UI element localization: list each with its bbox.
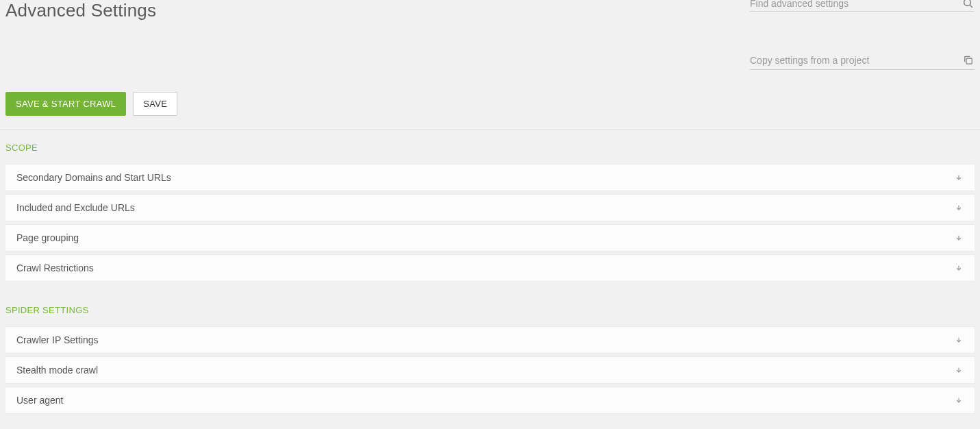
section-title-scope: SCOPE [5, 143, 975, 153]
section-title-spider: SPIDER SETTINGS [5, 305, 975, 315]
copy-icon [962, 54, 975, 66]
panel-label: Stealth mode crawl [16, 365, 98, 376]
svg-line-1 [970, 5, 972, 8]
find-settings-row[interactable] [750, 0, 975, 12]
panel-label: Crawl Restrictions [16, 262, 94, 273]
chevron-down-icon [954, 173, 964, 182]
panel-label: Secondary Domains and Start URLs [16, 172, 171, 183]
section-scope: SCOPE Secondary Domains and Start URLs I… [5, 143, 975, 282]
svg-rect-2 [966, 58, 972, 64]
panel-label: Page grouping [16, 232, 79, 243]
header-divider [0, 130, 980, 130]
panel-label: Included and Exclude URLs [16, 202, 135, 213]
save-start-crawl-button[interactable]: SAVE & START CRAWL [5, 92, 126, 116]
find-settings-input[interactable] [750, 0, 962, 9]
copy-settings-row[interactable] [750, 54, 975, 70]
panel-label: Crawler IP Settings [16, 334, 99, 345]
copy-settings-input[interactable] [750, 55, 962, 66]
panel-include-exclude-urls[interactable]: Included and Exclude URLs [5, 194, 975, 221]
panel-user-agent[interactable]: User agent [5, 387, 975, 414]
save-button[interactable]: SAVE [133, 92, 177, 116]
panel-crawler-ip[interactable]: Crawler IP Settings [5, 326, 975, 354]
panel-stealth-mode[interactable]: Stealth mode crawl [5, 356, 975, 384]
panel-label: User agent [16, 395, 63, 406]
panel-secondary-domains[interactable]: Secondary Domains and Start URLs [5, 164, 975, 191]
chevron-down-icon [954, 233, 964, 243]
chevron-down-icon [954, 335, 964, 345]
section-spider-settings: SPIDER SETTINGS Crawler IP Settings Stea… [5, 305, 975, 414]
chevron-down-icon [954, 203, 964, 212]
svg-point-0 [964, 0, 971, 5]
chevron-down-icon [954, 365, 964, 375]
panel-page-grouping[interactable]: Page grouping [5, 224, 975, 252]
chevron-down-icon [954, 263, 964, 273]
chevron-down-icon [954, 395, 964, 405]
page-title: Advanced Settings [5, 0, 156, 21]
panel-crawl-restrictions[interactable]: Crawl Restrictions [5, 254, 975, 282]
search-icon [962, 0, 975, 10]
